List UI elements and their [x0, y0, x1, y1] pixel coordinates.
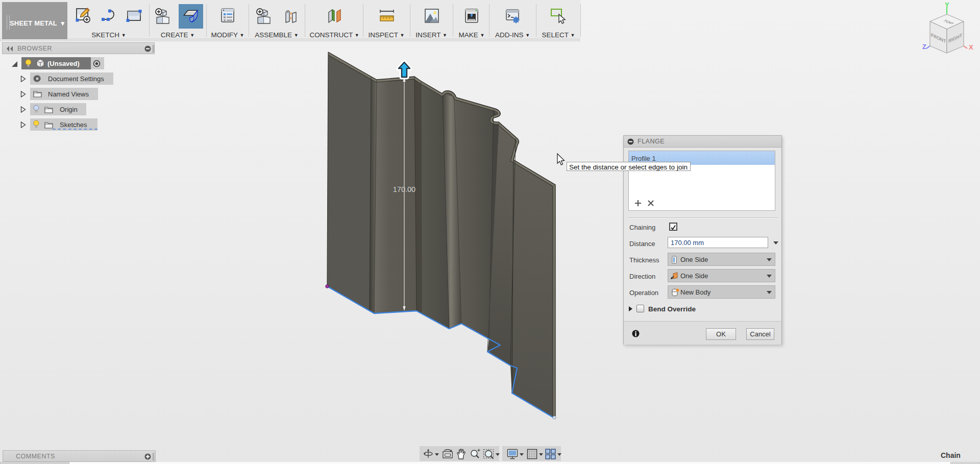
svg-text:170.00: 170.00 [393, 185, 415, 193]
svg-text:Y: Y [945, 1, 949, 9]
svg-text:X: X [969, 43, 973, 51]
svg-text:Z: Z [922, 43, 926, 51]
